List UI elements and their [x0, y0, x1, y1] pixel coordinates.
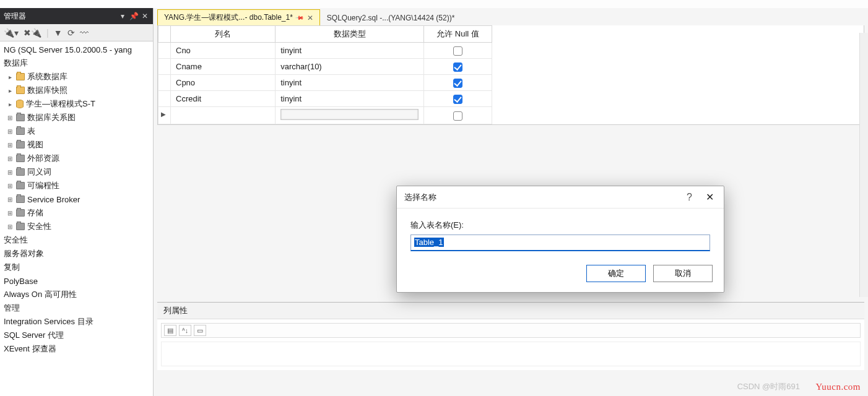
checkbox-icon[interactable]: [453, 62, 462, 72]
tree-node[interactable]: SQL Server 代理: [0, 329, 153, 342]
tree-node[interactable]: ⊞表: [0, 124, 153, 138]
row-selector[interactable]: ▶: [158, 107, 171, 124]
cell-allow-null[interactable]: [424, 107, 492, 124]
menu-toolbar-strip: [0, 0, 868, 8]
checkbox-icon[interactable]: [453, 95, 462, 104]
cell-data-type[interactable]: [276, 107, 424, 124]
tree-node[interactable]: ⊞同义词: [0, 165, 153, 179]
tree-node[interactable]: ⊞外部资源: [0, 152, 153, 165]
column-properties-panel: 列属性 ▤ ᴬ↓ ▭: [157, 302, 864, 370]
row-selector[interactable]: [158, 91, 171, 107]
cell-column-name[interactable]: Cpno: [171, 75, 276, 91]
tree-node[interactable]: 管理: [0, 301, 153, 315]
object-explorer-tree[interactable]: NG (SQL Server 15.0.2000.5 - yang 数据库 ▸ …: [0, 41, 153, 396]
expand-icon[interactable]: ▸: [6, 74, 14, 80]
tree-node[interactable]: ▸ 数据库快照: [0, 84, 153, 97]
cell-column-name[interactable]: [171, 107, 276, 124]
table-row[interactable]: Cnamevarchar(10): [158, 59, 492, 75]
expand-icon[interactable]: ⊞: [6, 210, 14, 217]
expand-icon[interactable]: ▸: [6, 87, 14, 94]
columns-grid[interactable]: 列名 数据类型 允许 Null 值 CnotinyintCnamevarchar…: [158, 25, 492, 124]
ok-button[interactable]: 确定: [586, 265, 646, 282]
cell-data-type[interactable]: tinyint: [276, 91, 424, 107]
server-node[interactable]: NG (SQL Server 15.0.2000.5 - yang: [0, 43, 153, 56]
expand-icon[interactable]: ⊞: [6, 128, 14, 135]
connect-icon[interactable]: 🔌▾: [4, 28, 19, 37]
object-explorer-toolbar: 🔌▾ ✖🔌 | ▼ ⟳ 〰: [0, 24, 153, 41]
row-selector[interactable]: [158, 59, 171, 75]
tree-node[interactable]: Integration Services 目录: [0, 315, 153, 329]
activity-icon[interactable]: 〰: [80, 28, 89, 37]
close-icon[interactable]: ✕: [307, 14, 313, 22]
tab-table-designer[interactable]: YANG.学生—课程模式...- dbo.Table_1* 📌 ✕: [157, 9, 320, 25]
tree-node[interactable]: Always On 高可用性: [0, 288, 153, 301]
databases-node[interactable]: 数据库: [0, 56, 153, 70]
pin-icon[interactable]: 📌: [295, 13, 305, 22]
properties-toolbar: ▤ ᴬ↓ ▭: [161, 323, 861, 338]
properties-pages-icon[interactable]: ▭: [194, 325, 206, 336]
filter-icon[interactable]: ▼: [54, 28, 63, 37]
cell-allow-null[interactable]: [424, 75, 492, 91]
close-icon[interactable]: ✕: [703, 191, 716, 203]
close-icon[interactable]: ✕: [141, 12, 149, 20]
checkbox-icon[interactable]: [453, 79, 462, 88]
checkbox-icon[interactable]: [453, 46, 462, 56]
header-allow-null: 允许 Null 值: [424, 26, 492, 43]
refresh-icon[interactable]: ⟳: [67, 28, 75, 37]
tree-node[interactable]: ⊞可编程性: [0, 179, 153, 192]
folder-icon: [16, 127, 25, 135]
cell-column-name[interactable]: Cno: [171, 43, 276, 59]
cell-allow-null[interactable]: [424, 91, 492, 107]
tree-node[interactable]: ⊞安全性: [0, 220, 153, 233]
tree-node[interactable]: 复制: [0, 260, 153, 274]
tree-node[interactable]: ⊞存储: [0, 206, 153, 220]
cell-column-name[interactable]: Ccredit: [171, 91, 276, 107]
dialog-titlebar[interactable]: 选择名称 ? ✕: [397, 186, 724, 209]
cell-data-type[interactable]: tinyint: [276, 43, 424, 59]
checkbox-icon[interactable]: [453, 111, 462, 121]
alphabetical-icon[interactable]: ᴬ↓: [179, 325, 191, 336]
site-watermark: Yuucn.com: [816, 382, 861, 392]
table-row-new[interactable]: ▶: [158, 107, 492, 124]
expand-icon[interactable]: ⊞: [6, 223, 14, 230]
vertical-scrollbar[interactable]: [859, 33, 868, 297]
expand-icon[interactable]: ⊞: [6, 196, 14, 203]
cell-data-type[interactable]: tinyint: [276, 75, 424, 91]
pin-icon[interactable]: 📌: [129, 12, 138, 20]
dialog-title: 选择名称: [404, 192, 436, 203]
tree-node[interactable]: ⊞视图: [0, 138, 153, 152]
disconnect-icon[interactable]: ✖🔌: [24, 28, 41, 37]
expand-icon[interactable]: ⊞: [6, 155, 14, 162]
expand-icon[interactable]: ⊞: [6, 142, 14, 148]
dropdown-icon[interactable]: ▾: [118, 12, 127, 20]
table-name-input[interactable]: Table_1: [410, 235, 710, 251]
tree-node[interactable]: 服务器对象: [0, 247, 153, 260]
table-row[interactable]: Ccredittinyint: [158, 91, 492, 107]
expand-icon[interactable]: ⊞: [6, 183, 14, 189]
cell-data-type[interactable]: varchar(10): [276, 59, 424, 75]
expand-icon[interactable]: ⊞: [6, 114, 14, 121]
cell-column-name[interactable]: Cname: [171, 59, 276, 75]
table-row[interactable]: Cnotinyint: [158, 43, 492, 59]
categorized-icon[interactable]: ▤: [164, 325, 176, 336]
properties-body[interactable]: [161, 342, 861, 366]
cancel-button[interactable]: 取消: [653, 265, 713, 282]
folder-icon: [16, 155, 25, 162]
tab-sql-query[interactable]: SQLQuery2.sql -...(YANG\14424 (52))*: [320, 9, 462, 25]
folder-icon: [16, 223, 25, 230]
tree-node[interactable]: ⊞数据库关系图: [0, 111, 153, 124]
cell-allow-null[interactable]: [424, 43, 492, 59]
table-row[interactable]: Cpnotinyint: [158, 75, 492, 91]
tree-node[interactable]: PolyBase: [0, 274, 153, 288]
cell-allow-null[interactable]: [424, 59, 492, 75]
tree-node-database[interactable]: ▸ 学生—课程模式S-T: [0, 97, 153, 111]
expand-icon[interactable]: ▸: [6, 101, 14, 108]
tree-node[interactable]: ⊞Service Broker: [0, 192, 153, 206]
row-selector[interactable]: [158, 75, 171, 91]
help-icon[interactable]: ?: [687, 192, 692, 203]
tree-node[interactable]: XEvent 探查器: [0, 342, 153, 356]
row-selector[interactable]: [158, 43, 171, 59]
tree-node[interactable]: ▸ 系统数据库: [0, 70, 153, 84]
expand-icon[interactable]: ⊞: [6, 169, 14, 176]
tree-node[interactable]: 安全性: [0, 233, 153, 247]
